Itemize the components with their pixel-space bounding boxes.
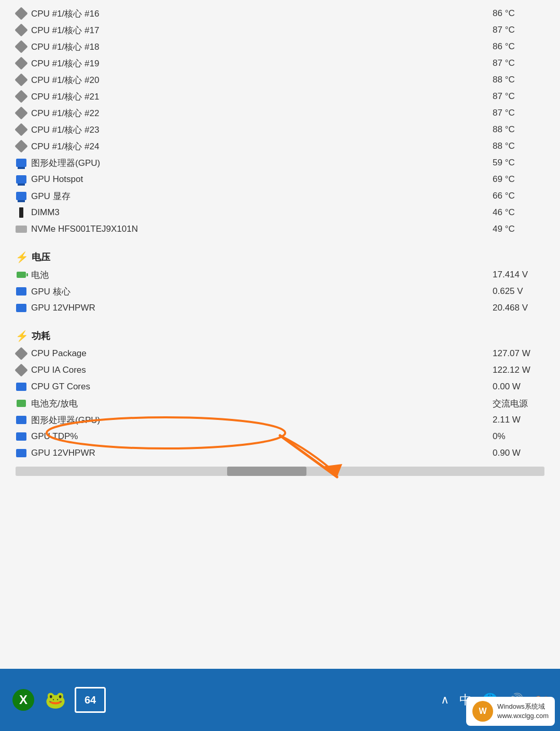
sensor-value: 0.00 W [482,382,544,392]
sensor-value: 59 °C [482,158,544,168]
bolt-icon: ⚡ [16,251,29,263]
badge-label: 64 [85,694,96,706]
xbox-icon[interactable]: X [10,687,36,713]
battery-icon [16,398,27,409]
scrollbar-thumb[interactable] [227,467,306,476]
sensor-value: 87 °C [482,25,544,35]
sensor-value: 87 °C [482,58,544,68]
spacer [16,237,544,246]
cpu-core-icon [16,41,27,52]
sensor-label: GPU TDP% [31,431,482,442]
sensor-value: 87 °C [482,108,544,118]
list-item: CPU #1/核心 #23 88 °C [16,121,544,138]
power-section-header: ⚡ 功耗 [16,325,544,345]
gpu-icon [16,381,27,392]
sensor-value: 2.11 W [482,415,544,425]
list-item: 图形处理器(GPU) 59 °C [16,154,544,171]
cpu-core-icon [16,348,27,359]
sensor-value: 88 °C [482,75,544,85]
cpu-core-icon [16,74,27,86]
list-item: GPU TDP% 0% [16,428,544,445]
taskbar-chevron: ∧ [441,693,449,707]
sensor-label: CPU #1/核心 #18 [31,41,482,53]
sensor-label: GPU 12VHPWR [31,448,482,458]
sensor-label: CPU IA Cores [31,365,482,375]
sensor-label: CPU #1/核心 #20 [31,74,482,86]
nvme-icon [16,223,27,235]
sensor-value: 127.07 W [482,348,544,359]
cpu-core-icon [16,8,27,19]
sensor-panel: CPU #1/核心 #16 86 °C CPU #1/核心 #17 87 °C … [0,0,560,669]
watermark-url: www.wxclgg.com [497,711,549,721]
list-item: GPU Hotspot 69 °C [16,171,544,188]
app-badge[interactable]: 64 [75,687,106,713]
sensor-value: 0.625 V [482,286,544,297]
cpu-core-icon [16,24,27,36]
list-item: CPU #1/核心 #17 87 °C [16,22,544,38]
sensor-value: 86 °C [482,41,544,52]
cpu-core-icon [16,91,27,102]
gpu-icon [16,431,27,442]
cpu-core-icon [16,124,27,135]
sensor-label: GPU 显存 [31,190,482,202]
gpu-icon [16,157,27,168]
sensor-value: 88 °C [482,141,544,151]
cpu-core-icon [16,140,27,152]
list-item: GPU 核心 0.625 V [16,283,544,300]
list-item: NVMe HFS001TEJ9X101N 49 °C [16,221,544,237]
list-item: CPU #1/核心 #24 88 °C [16,138,544,154]
sensor-value: 17.414 V [482,270,544,280]
list-item: DIMM3 46 °C [16,204,544,221]
sensor-value: 86 °C [482,8,544,19]
list-item: CPU Package 127.07 W [16,345,544,362]
sensor-label: 图形处理器(GPU) [31,414,482,426]
sensor-value: 87 °C [482,91,544,102]
dimm-icon [16,207,27,218]
gpu-icon [16,286,27,297]
list-item: CPU #1/核心 #19 87 °C [16,55,544,72]
cpu-core-icon [16,58,27,69]
gpu-icon [16,190,27,202]
frog-icon[interactable]: 🐸 [43,687,68,713]
sensor-value: 88 °C [482,124,544,135]
list-item: GPU 12VHPWR 0.90 W [16,445,544,461]
list-item: CPU GT Cores 0.00 W [16,378,544,395]
sensor-label: CPU #1/核心 #23 [31,124,482,136]
sensor-value: 46 °C [482,207,544,218]
svg-text:X: X [19,693,27,707]
watermark-text: Windows系统域 www.wxclgg.com [497,702,549,721]
sensor-label: CPU GT Cores [31,382,482,392]
sensor-value: 0.90 W [482,448,544,458]
gpu-icon [16,302,27,314]
list-item: CPU #1/核心 #21 87 °C [16,88,544,105]
list-item: CPU #1/核心 #16 86 °C [16,5,544,22]
sensor-label: CPU #1/核心 #16 [31,8,482,20]
section-title: 电压 [32,251,50,263]
taskbar-left: X 🐸 64 [10,687,106,713]
sensor-label: CPU #1/核心 #19 [31,58,482,69]
watermark-logo: W [472,701,493,722]
battery-icon [16,269,27,280]
sensor-label: CPU #1/核心 #24 [31,140,482,152]
watermark: W Windows系统域 www.wxclgg.com [466,697,555,726]
cpu-ia-cores-row: CPU IA Cores 122.12 W [16,362,544,378]
sensor-value: 0% [482,431,544,442]
list-item: CPU #1/核心 #20 88 °C [16,72,544,88]
scrollbar[interactable] [16,467,544,476]
voltage-section-header: ⚡ 电压 [16,246,544,266]
sensor-list: CPU #1/核心 #16 86 °C CPU #1/核心 #17 87 °C … [16,0,544,461]
sensor-label: 电池 [31,269,482,281]
sensor-value: 49 °C [482,224,544,234]
taskbar: X 🐸 64 ∧ 中 🌐 🔊 🦦 W [0,669,560,731]
sensor-value: 20.468 V [482,303,544,313]
sensor-value: 122.12 W [482,365,544,375]
sensor-label: 电池充/放电 [31,398,482,410]
gpu-icon [16,414,27,426]
list-item: 电池 17.414 V [16,266,544,283]
sensor-value: 69 °C [482,174,544,185]
gpu-icon [16,447,27,459]
list-item: 图形处理器(GPU) 2.11 W [16,412,544,428]
sensor-label: GPU 核心 [31,286,482,298]
sensor-label: DIMM3 [31,207,482,218]
sensor-label: GPU 12VHPWR [31,303,482,313]
